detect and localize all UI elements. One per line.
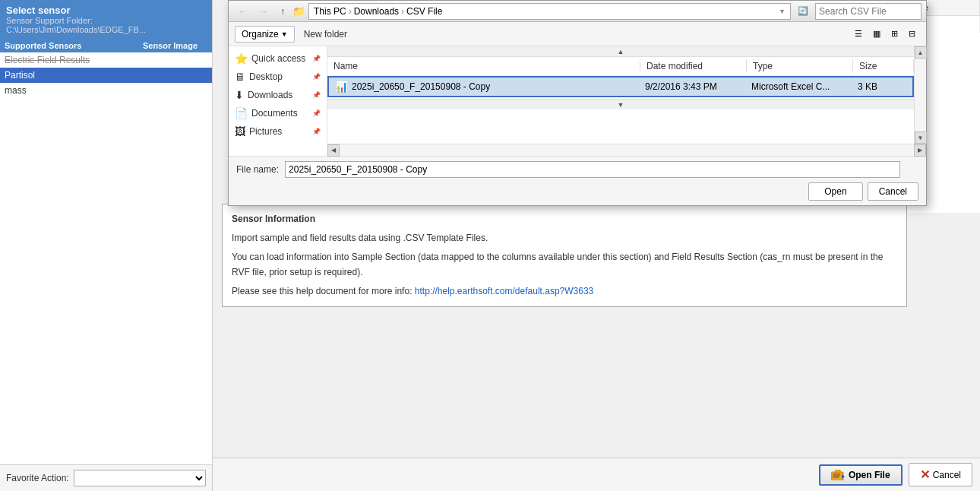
breadcrumb-sep1: › — [349, 6, 352, 17]
desktop-icon: 🖥 — [235, 71, 245, 83]
file-dialog: ← → ↑ 📁 This PC › Downloads › CSV File ▼… — [228, 0, 927, 206]
scrollbar-left-button[interactable]: ◀ — [327, 144, 340, 157]
svg-marker-1 — [836, 470, 840, 473]
view-details-button[interactable]: ☰ — [850, 27, 867, 41]
search-input[interactable] — [815, 3, 922, 20]
breadcrumb-dropdown-icon[interactable]: ▼ — [779, 8, 786, 15]
dialog-open-button[interactable]: Open — [808, 182, 862, 201]
file-type-cell: Microsoft Excel C... — [745, 79, 852, 94]
right-panel: maximum filter (N) minimum filter (N) av… — [213, 0, 980, 491]
sidebar-pictures[interactable]: 🖼 Pictures 📌 — [229, 122, 327, 141]
file-size-cell: 3 KB — [852, 79, 912, 94]
file-dialog-scrollbar-h[interactable]: ◀ ▶ — [327, 144, 926, 156]
file-name-cell: 📊 2025i_20650_F_20150908 - Copy — [329, 79, 639, 94]
cancel-main-button[interactable]: ✕ Cancel — [909, 463, 972, 486]
scrollbar-up-button[interactable]: ▲ — [915, 46, 927, 59]
dialog-footer: File name: Open Cancel — [229, 156, 926, 205]
app-title: Select sensor — [6, 5, 206, 16]
file-dialog-scrollbar-v[interactable]: ▲ ▼ — [914, 46, 926, 144]
scrollbar-down-button[interactable]: ▼ — [915, 131, 927, 144]
app-header: Select sensor Sensor Support Folder: C:\… — [0, 0, 212, 39]
excel-file-icon: 📊 — [335, 81, 348, 93]
dialog-buttons: Open Cancel — [236, 182, 918, 201]
pin-icon-quick: 📌 — [312, 55, 321, 62]
quick-access-icon: ⭐ — [235, 52, 248, 65]
col-type-header[interactable]: Type — [747, 59, 853, 73]
sensor-item-mass[interactable]: mass — [0, 83, 212, 98]
sensor-info-link[interactable]: http://help.earthsoft.com/default.asp?W3… — [415, 286, 593, 296]
pictures-label: Pictures — [249, 126, 282, 137]
filename-input[interactable] — [285, 161, 900, 178]
organize-button[interactable]: Organize ▼ — [235, 26, 295, 43]
scroll-track[interactable] — [915, 59, 926, 131]
file-name: 2025i_20650_F_20150908 - Copy — [352, 81, 490, 92]
sensor-item-partisol[interactable]: Partisol — [0, 68, 212, 83]
dialog-main: ▲ Name Date modified Type Size 📊 2025i_2… — [327, 46, 914, 144]
sidebar-downloads[interactable]: ⬇ Downloads 📌 — [229, 86, 327, 104]
sensor-info-text3: Please see this help document for more i… — [232, 284, 897, 299]
dialog-body-scroll: ⭐ Quick access 📌 🖥 Desktop 📌 ⬇ Downloads — [229, 46, 926, 156]
breadcrumb[interactable]: This PC › Downloads › CSV File ▼ — [308, 3, 791, 20]
view-list-button[interactable]: ▦ — [868, 27, 885, 41]
scroll-up-area[interactable]: ▲ — [327, 46, 914, 57]
scrollbar-right-button[interactable]: ▶ — [914, 144, 926, 157]
dialog-sidebar: ⭐ Quick access 📌 🖥 Desktop 📌 ⬇ Downloads — [229, 46, 327, 144]
pin-icon-documents: 📌 — [312, 109, 321, 117]
view-extra-button[interactable]: ⊟ — [904, 27, 920, 41]
breadcrumb-downloads[interactable]: Downloads — [354, 6, 399, 17]
desktop-label: Desktop — [249, 71, 283, 82]
sensor-info-text2: You can load information into Sample Sec… — [232, 250, 897, 279]
sidebar-desktop[interactable]: 🖥 Desktop 📌 — [229, 68, 327, 86]
quick-access-label: Quick access — [251, 53, 305, 64]
view-large-button[interactable]: ⊞ — [887, 27, 903, 41]
nav-back-button[interactable]: ← — [233, 4, 251, 19]
open-file-icon — [831, 470, 845, 480]
documents-label: Documents — [251, 108, 298, 119]
col-name-header[interactable]: Name — [327, 59, 640, 73]
filename-row: File name: — [236, 161, 918, 178]
documents-icon: 📄 — [235, 107, 248, 119]
breadcrumb-this-pc[interactable]: This PC — [314, 6, 346, 17]
nav-up-button[interactable]: ↑ — [276, 4, 289, 19]
new-folder-button[interactable]: New folder — [301, 27, 350, 41]
nav-forward-button[interactable]: → — [254, 4, 273, 19]
supported-sensors-label: Supported Sensors — [0, 39, 128, 52]
breadcrumb-csv-file[interactable]: CSV File — [406, 6, 442, 17]
scroll-down-area[interactable]: ▼ — [327, 99, 914, 109]
file-row-0[interactable]: 📊 2025i_20650_F_20150908 - Copy 9/2/2016… — [327, 76, 914, 97]
dialog-cancel-button[interactable]: Cancel — [868, 182, 918, 201]
bottom-bar: Open File ✕ Cancel — [213, 458, 980, 491]
col-date-header[interactable]: Date modified — [640, 59, 747, 73]
file-list-header: Name Date modified Type Size — [327, 57, 914, 76]
downloads-label: Downloads — [248, 90, 292, 100]
favorite-select[interactable] — [74, 470, 206, 486]
sidebar-quick-access[interactable]: ⭐ Quick access 📌 — [229, 49, 327, 68]
cancel-x-icon: ✕ — [920, 467, 930, 482]
file-date-cell: 9/2/2016 3:43 PM — [639, 79, 745, 94]
pin-icon-downloads: 📌 — [312, 91, 321, 99]
sensor-info-title: Sensor Information — [232, 212, 897, 226]
open-file-button[interactable]: Open File — [819, 464, 903, 486]
folder-icon-breadcrumb: 📁 — [292, 5, 305, 17]
sensor-image-label: Sensor Image — [128, 39, 212, 52]
col-size-header[interactable]: Size — [853, 59, 914, 73]
sensor-item-electric[interactable]: Electric Field Results — [0, 52, 212, 68]
organize-label: Organize — [242, 29, 279, 40]
filename-label: File name: — [236, 164, 279, 175]
breadcrumb-sep2: › — [401, 6, 404, 17]
scroll-track-h[interactable] — [340, 144, 914, 156]
favorite-bar: Favorite Action: — [0, 464, 212, 491]
left-panel: Select sensor Sensor Support Folder: C:\… — [0, 0, 213, 491]
sensor-info-panel: Sensor Information Import sample and fie… — [222, 204, 907, 307]
organize-chevron: ▼ — [281, 30, 288, 38]
dialog-toolbar: Organize ▼ New folder ☰ ▦ ⊞ ⊟ — [229, 22, 926, 46]
dialog-titlebar: ← → ↑ 📁 This PC › Downloads › CSV File ▼… — [229, 1, 926, 22]
sidebar-documents[interactable]: 📄 Documents 📌 — [229, 104, 327, 122]
refresh-button[interactable]: 🔄 — [794, 4, 812, 18]
view-buttons: ☰ ▦ ⊞ ⊟ — [850, 27, 920, 41]
app-subtitle: Sensor Support Folder: C:\Users\Jim\Down… — [6, 16, 206, 34]
sensor-info-text1: Import sample and field results data usi… — [232, 231, 897, 246]
sensor-info-text3-prefix: Please see this help document for more i… — [232, 286, 415, 296]
content-below-dialog: Sensor Information Import sample and fie… — [216, 201, 913, 310]
pin-icon-desktop: 📌 — [312, 73, 321, 81]
